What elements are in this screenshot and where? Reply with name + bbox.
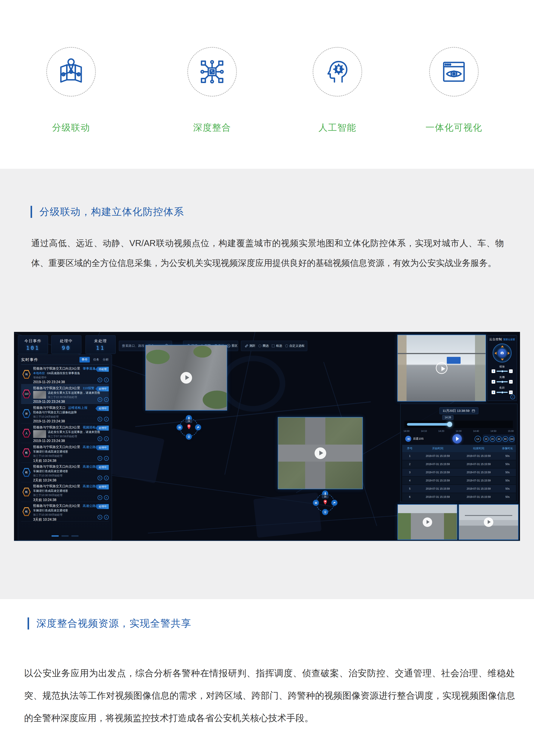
event-collapse-icon[interactable]: ∧ <box>104 417 109 421</box>
video-thumbnail[interactable] <box>459 504 519 540</box>
events-tabs: 事件 任务 分析 <box>79 357 109 363</box>
event-replay-icon[interactable]: ↻ <box>97 515 102 520</box>
table-row[interactable]: 2 2019-07-31 15:15:59 2019-07-31 15:15:5… <box>402 460 516 469</box>
event-collapse-icon[interactable]: ∧ <box>104 436 109 441</box>
location-pin-icon[interactable] <box>323 500 327 506</box>
rewind-button[interactable]: ◀◀ 后退10S <box>405 436 423 442</box>
event-replay-icon[interactable]: ↻ <box>97 456 102 461</box>
speed-option[interactable]: 8X <box>502 436 508 442</box>
tool-measure[interactable]: 测距 <box>244 344 255 348</box>
event-collapse-icon[interactable]: ∧ <box>104 456 109 461</box>
event-meta: 张三于07:30:59开始处理 <box>48 435 100 438</box>
map-video-popup[interactable] <box>145 345 227 411</box>
timeline-track[interactable] <box>404 421 513 428</box>
event-tag-link[interactable]: 110报警 <box>83 386 94 390</box>
event-item[interactable]: 检 熙春路与宁双路交叉口向北3公里高速公路管控 车辆逆行造成高速交通堵塞 张三于… <box>21 463 109 482</box>
tool-circle-select[interactable]: 圈选 <box>258 344 269 348</box>
cctv-camera-icon[interactable] <box>195 424 201 430</box>
minus-button[interactable]: − <box>509 380 513 384</box>
tool-custom-select[interactable]: 自定义选框 <box>285 344 304 348</box>
play-icon[interactable] <box>484 517 493 527</box>
speed-option[interactable]: 1X <box>483 436 489 442</box>
tab-analysis[interactable]: 分析 <box>103 358 109 362</box>
speed-option[interactable]: 4X <box>496 436 502 442</box>
play-icon[interactable] <box>423 517 432 527</box>
event-collapse-icon[interactable]: ∧ <box>104 378 109 382</box>
play-icon[interactable] <box>180 372 192 384</box>
event-collapse-icon[interactable]: ∧ <box>104 495 109 500</box>
speed-option[interactable]: 16X <box>509 436 515 442</box>
event-thumbnail[interactable] <box>33 430 46 438</box>
event-replay-icon[interactable]: ↻ <box>97 417 102 421</box>
minus-button[interactable]: − <box>509 369 513 373</box>
event-item[interactable]: 缉 熙春路与宁双路交叉口向北3公里肇事逃逸 本地布控G6高速路段发生肇事逃逸 等… <box>21 364 109 384</box>
event-tag-link[interactable]: 视频巡检 <box>83 425 96 429</box>
play-button[interactable] <box>452 434 462 444</box>
video-thumbnail[interactable] <box>397 504 457 540</box>
collapse-chevron-icon[interactable] <box>510 394 515 399</box>
play-icon[interactable] <box>315 447 326 459</box>
event-replay-icon[interactable]: ↻ <box>97 378 102 382</box>
preset-settings-link[interactable]: 预置位设置 <box>503 338 515 341</box>
ptz-dpad[interactable] <box>493 343 512 363</box>
slider-track[interactable] <box>496 371 508 372</box>
table-row[interactable]: 6 2019-07-31 15:15:59 2019-07-31 15:15:5… <box>402 493 516 501</box>
event-thumbnail[interactable] <box>33 391 46 399</box>
table-row[interactable]: 5 2019-07-31 15:15:59 2019-07-31 15:15:5… <box>402 485 516 493</box>
timeline-handle[interactable] <box>447 422 452 427</box>
location-pin-icon[interactable] <box>187 424 191 430</box>
ptz-down-icon[interactable] <box>501 359 504 361</box>
monitor-grid-icon[interactable] <box>177 424 183 430</box>
event-replay-icon[interactable]: ↻ <box>97 495 102 500</box>
event-item[interactable]: 检 熙春路与宁双路交叉口向北3公里高速公路管控 车辆逆行造成高速交通堵塞 张三于… <box>21 443 109 463</box>
datetime-picker[interactable]: 11月20日 13:38:59 <box>440 407 478 414</box>
slider-knob[interactable] <box>501 392 503 393</box>
monitor-grid-icon[interactable] <box>313 500 319 506</box>
tool-scenic[interactable]: 景区 <box>227 344 238 348</box>
plus-button[interactable]: + <box>492 391 495 394</box>
slider-track[interactable] <box>496 392 508 393</box>
snapshot-camera-icon[interactable] <box>497 348 507 358</box>
tool-box-select[interactable]: 框选 <box>271 344 282 348</box>
play-icon[interactable] <box>436 362 447 374</box>
event-replay-icon[interactable]: ↻ <box>97 397 102 402</box>
plus-button[interactable]: + <box>492 369 495 373</box>
event-item[interactable]: 故 熙春路与宁双路交叉口运维巡检上报 熙春路与宁双路交叉口摄像机故障 张三于10… <box>21 404 109 423</box>
ptz-up-icon[interactable] <box>501 345 504 347</box>
cctv-camera-icon[interactable] <box>331 500 338 506</box>
event-collapse-icon[interactable]: ∧ <box>104 475 109 480</box>
webcam-icon[interactable] <box>186 434 192 440</box>
events-pagination[interactable] <box>51 535 79 537</box>
speed-option[interactable]: 2X <box>490 436 495 442</box>
ptz-left-icon[interactable] <box>495 352 496 355</box>
event-collapse-icon[interactable]: ∧ <box>104 515 109 520</box>
slider-track[interactable] <box>496 381 508 382</box>
rewind-icon[interactable]: ◀◀ <box>405 436 411 442</box>
pager-dash[interactable] <box>62 535 69 537</box>
webcam-icon[interactable] <box>322 509 328 515</box>
table-row[interactable]: 4 2019-07-31 15:15:59 2019-07-31 15:15:5… <box>402 477 516 485</box>
plus-button[interactable]: + <box>492 380 495 384</box>
pager-dash[interactable] <box>71 535 79 537</box>
slider-knob[interactable] <box>501 370 503 372</box>
ptz-right-icon[interactable] <box>508 352 510 355</box>
live-video-feed[interactable] <box>397 335 486 401</box>
event-item[interactable]: 检 熙春路与宁双路交叉口向北3公里高速公路管控 车辆逆行造成高速交通堵塞 张三于… <box>21 482 109 502</box>
event-tag-link[interactable]: 肇事逃逸 <box>83 366 96 370</box>
slider-knob[interactable] <box>501 381 503 383</box>
tab-tasks[interactable]: 任务 <box>93 358 99 362</box>
map-video-popup[interactable] <box>278 417 363 489</box>
pager-dash[interactable] <box>51 535 59 537</box>
event-item[interactable]: 检 熙春路与宁双路交叉口向北3公里高速公路管控 车辆逆行造成高速交通堵塞 张三于… <box>21 502 109 522</box>
event-item[interactable]: 110 熙春路与宁双路交叉口向北3公里110报警 该处发生重大五车追尾事故，请速… <box>21 384 109 404</box>
event-action-link[interactable]: 本地布控 <box>33 371 45 375</box>
event-replay-icon[interactable]: ↻ <box>97 436 102 441</box>
table-row[interactable]: 1 2019-07-31 15:15:59 2019-07-31 15:15:5… <box>402 452 516 460</box>
table-row[interactable]: 3 2019-07-31 15:15:59 2019-07-31 15:15:5… <box>402 469 516 477</box>
minus-button[interactable]: − <box>509 391 513 394</box>
event-collapse-icon[interactable]: ∧ <box>104 397 109 402</box>
event-item[interactable]: 人 熙春路与宁双路交叉口向北3公里视频巡检 该处发生重大五车追尾事故，请速来营救… <box>21 423 109 443</box>
event-tag-link[interactable]: 运维巡检上报 <box>68 406 88 410</box>
event-replay-icon[interactable]: ↻ <box>97 475 102 480</box>
tab-events[interactable]: 事件 <box>79 357 90 363</box>
